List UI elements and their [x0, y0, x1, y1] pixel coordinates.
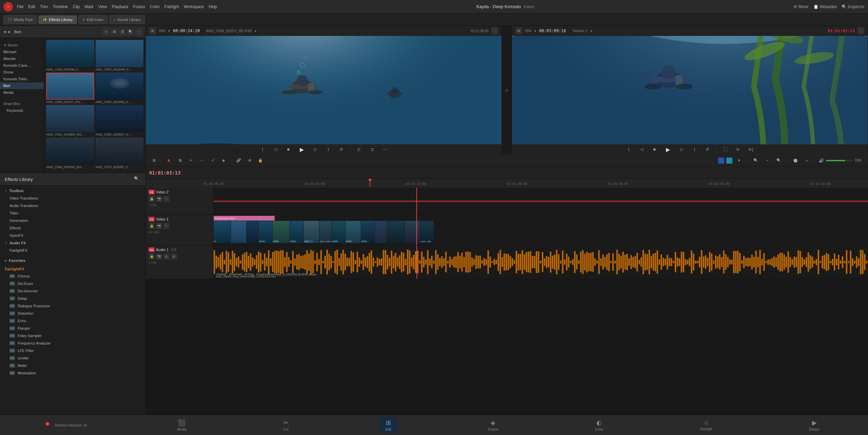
folder-komodo-cano[interactable]: Komodo Cano...	[0, 62, 44, 69]
menu-fusion[interactable]: Fusion	[133, 4, 145, 9]
delay-item[interactable]: Delay	[0, 295, 145, 302]
trim-tool[interactable]: ⊠	[175, 156, 185, 165]
tab-media[interactable]: ⬛ Media	[170, 417, 193, 433]
razor-tool[interactable]: ✂	[186, 156, 196, 165]
source-loop-btn[interactable]: ↺	[337, 145, 345, 153]
inspector-button[interactable]: 🔍 Inspector	[842, 4, 865, 9]
bin-sort-btn[interactable]: ≡	[103, 28, 110, 35]
clip-thumb-1[interactable]: A001_C043_0220N6_0...	[46, 40, 94, 71]
timeline-zoom-arrow[interactable]: ▾	[534, 29, 536, 33]
source-in-btn[interactable]: ⊏	[355, 145, 363, 153]
v1-clip-15[interactable]: A006_C059	[420, 221, 434, 243]
color-picker-btn[interactable]	[718, 158, 724, 164]
menu-file[interactable]: File	[17, 4, 23, 9]
tab-color[interactable]: ◐ Color	[588, 417, 610, 433]
v1-lock-btn[interactable]: 🔒	[149, 223, 155, 229]
timeline-stop-btn[interactable]: ■	[650, 145, 658, 153]
timeline-marker-plus[interactable]: +	[802, 156, 812, 165]
source-stop-btn[interactable]: ■	[284, 145, 292, 153]
slip-tool[interactable]: ↔	[197, 156, 206, 165]
audio-transitions-item[interactable]: Audio Transitions	[0, 202, 145, 209]
openfx-item[interactable]: OpenFX	[0, 232, 145, 239]
effects-item[interactable]: Effects	[0, 224, 145, 232]
menu-view[interactable]: View	[98, 4, 107, 9]
folder-keywords[interactable]: Keywords	[0, 107, 44, 114]
frequency-analyzer-item[interactable]: Frequency Analyzer	[0, 339, 145, 347]
lock-tool[interactable]: 🔒	[256, 156, 265, 165]
zoom-in-btn[interactable]: +	[763, 156, 772, 165]
menu-mark[interactable]: Mark	[84, 4, 94, 9]
source-zoom-arrow[interactable]: ▾	[168, 29, 170, 33]
source-clip-name[interactable]: A001_C059_0220YI_001.R3D	[206, 29, 252, 33]
edit-index-tab[interactable]: ≡ Edit Index	[78, 15, 108, 24]
source-play-btn[interactable]: ▶	[297, 145, 307, 154]
v1-clip-14[interactable]	[405, 221, 420, 243]
folder-bert[interactable]: Bert	[0, 82, 44, 89]
bin-search-btn[interactable]: 🔍	[127, 28, 134, 35]
bin-grid-btn[interactable]: ⊞	[111, 28, 118, 35]
v1-mute-btn[interactable]: □	[163, 223, 170, 229]
track-v2-content[interactable]	[214, 188, 868, 214]
foley-sampler-item[interactable]: Foley Sampler	[0, 332, 145, 339]
tab-cut[interactable]: ✂ Cut	[276, 417, 295, 433]
distortion-item[interactable]: Distortion	[0, 310, 145, 317]
dialogue-processor-item[interactable]: Dialogue Processor	[0, 302, 145, 310]
v2-lock-btn[interactable]: 🔒	[149, 196, 155, 202]
chorus-item[interactable]: Chorus	[0, 272, 145, 280]
a1-solo-btn[interactable]: S	[163, 253, 170, 260]
pointer-tool[interactable]	[164, 156, 174, 165]
a1-mute-btn[interactable]: M	[171, 253, 177, 260]
v1-clip-12[interactable]	[375, 221, 387, 243]
timeline-name-arrow[interactable]: ▾	[590, 29, 592, 33]
v1-clip-1[interactable]: A...	[214, 221, 231, 243]
source-mark-btn[interactable]: ⋯	[381, 145, 389, 153]
menu-fairlight[interactable]: Fairlight	[164, 4, 179, 9]
menu-help[interactable]: Help	[209, 4, 217, 9]
timeline-fullscreen-btn[interactable]: ⛶	[721, 145, 729, 153]
fairlightfx-parent-item[interactable]: FairlightFX	[0, 247, 145, 254]
tracks-scroll-area[interactable]: 01:00:36:00 01:00:54:00 01:01:12:00 01:0…	[146, 179, 868, 415]
bin-nav-forward[interactable]: ▶	[8, 30, 11, 34]
echo-item[interactable]: Echo	[0, 317, 145, 325]
toolbox-section[interactable]: ▼ Toolbox	[0, 187, 145, 194]
menu-color[interactable]: Color	[150, 4, 160, 9]
v1-clip-13[interactable]	[387, 221, 404, 243]
v2-camera-btn[interactable]: 📷	[156, 196, 162, 202]
bin-more-btn[interactable]: ⋯	[135, 28, 142, 35]
bin-nav-back[interactable]: ◀	[3, 30, 6, 34]
clip-thumb-8[interactable]: A001_C075_0220RF_0...	[96, 138, 144, 169]
timeline-step-fwd-btn[interactable]: ▷	[677, 145, 686, 153]
search-btn[interactable]: 🔍	[774, 156, 784, 165]
titles-item[interactable]: Titles	[0, 209, 145, 217]
source-next-btn[interactable]: ⟩	[324, 145, 332, 153]
color-arrow[interactable]: ▾	[734, 156, 744, 165]
folder-komodo-tokin[interactable]: Komodo Tokin...	[0, 76, 44, 82]
lfe-filter-item[interactable]: LFE Filter	[0, 347, 145, 354]
folder-manolo[interactable]: Manolo	[0, 55, 44, 62]
audio-fx-section[interactable]: ▼ Audio FX	[0, 239, 145, 247]
clip-thumb-7[interactable]: A001_C063_0220N6_001...	[46, 138, 94, 169]
menu-timeline[interactable]: Timeline	[53, 4, 68, 9]
modulation-item[interactable]: Modulation	[0, 369, 145, 377]
generators-item[interactable]: Generators	[0, 217, 145, 224]
a1-camera-btn[interactable]: 📷	[156, 253, 162, 260]
timeline-loop-btn[interactable]: ↺	[703, 145, 711, 153]
source-step-fwd-btn[interactable]: ▷	[311, 145, 319, 153]
source-more-btn[interactable]: ⋯	[491, 27, 498, 34]
v1-clip-11[interactable]: A002...	[361, 221, 375, 243]
menu-trim[interactable]: Trim	[40, 4, 48, 9]
marker-tool[interactable]: ◈	[219, 156, 228, 165]
folder-media[interactable]: Media	[0, 89, 44, 96]
v1-clip-4[interactable]: A016...	[259, 221, 272, 243]
track-v1-content[interactable]: Compound Clip 2 A... A016... A006... A00…	[214, 215, 868, 245]
folder-michael[interactable]: Michael	[0, 48, 44, 55]
clip-thumb-4[interactable]: A001_C060_0220NE_0...	[96, 72, 144, 104]
source-out-btn[interactable]: ⊐	[368, 145, 376, 153]
timeline-next-clip-btn[interactable]: ⊳	[734, 145, 742, 153]
meter-item[interactable]: Meter	[0, 362, 145, 369]
tab-fairlight[interactable]: ♫ Fairlight	[693, 417, 719, 433]
timeline-play-btn[interactable]: ▶	[663, 145, 673, 154]
timeline-next-btn[interactable]: ⟩	[690, 145, 698, 153]
v1-clip-10[interactable]: A016...	[346, 221, 361, 243]
effects-library-tab[interactable]: ✨ Effects Library	[38, 15, 77, 24]
